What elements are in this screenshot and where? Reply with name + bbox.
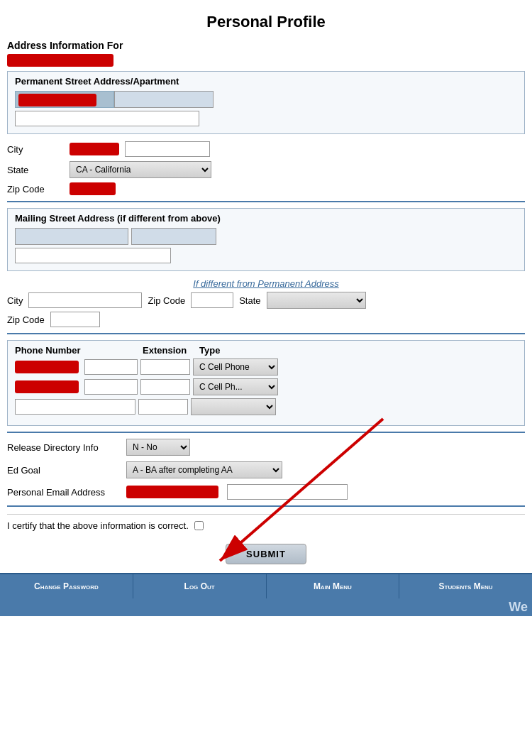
personal-email-input[interactable] xyxy=(227,484,348,500)
mailing-addr-line2-input[interactable] xyxy=(15,248,171,263)
page-title: Personal Profile xyxy=(0,0,532,40)
mailing-state-label: State xyxy=(239,295,260,306)
permanent-address-line1-row xyxy=(15,91,517,108)
phone-row-1: C Cell Phone xyxy=(15,358,517,376)
type-select-1[interactable]: C Cell Phone xyxy=(193,358,278,376)
release-directory-row: Release Directory Info N - No Y - Yes xyxy=(7,439,525,456)
city-input[interactable] xyxy=(125,141,210,157)
mailing-zip-label2: Zip Code xyxy=(7,314,45,325)
mailing-zip-row: Zip Code xyxy=(7,312,525,327)
permanent-address-label: Permanent Street Address/Apartment xyxy=(15,76,517,87)
phone-header: Phone Number Extension Type xyxy=(15,345,517,356)
phone-row-2: C Cell Ph... xyxy=(15,378,517,395)
ext-input-3[interactable] xyxy=(138,399,188,415)
permanent-address-section: Permanent Street Address/Apartment xyxy=(7,71,525,134)
mailing-zip-input[interactable] xyxy=(191,292,233,308)
ed-goal-row: Ed Goal A - BA after completing AA B - B… xyxy=(7,461,525,478)
separator-1 xyxy=(7,201,525,202)
submit-button[interactable]: SUBMIT xyxy=(226,544,306,564)
perm-addr-line2-row xyxy=(15,111,517,126)
mailing-addr-line1-input[interactable] xyxy=(15,228,128,245)
type-select-2[interactable]: C Cell Ph... xyxy=(193,378,278,395)
perm-addr-line2-input[interactable] xyxy=(15,111,199,126)
if-different-link[interactable]: If different from Permanent Address xyxy=(0,278,532,289)
submit-area: SUBMIT xyxy=(0,544,532,564)
separator-4 xyxy=(7,505,525,507)
release-directory-select[interactable]: N - No Y - Yes xyxy=(126,439,190,456)
mailing-city-row: City Zip Code State xyxy=(7,292,525,309)
certify-row: I certify that the above information is … xyxy=(7,514,525,537)
zip-row: Zip Code xyxy=(7,182,525,195)
phone-input-2[interactable] xyxy=(84,379,138,395)
redacted-name xyxy=(7,54,113,67)
zip-redacted xyxy=(70,182,116,195)
personal-email-row: Personal Email Address xyxy=(7,484,525,500)
zip-label: Zip Code xyxy=(7,184,64,195)
footer-watermark: We xyxy=(0,598,532,616)
type-select-3[interactable] xyxy=(191,398,276,415)
mailing-address-label: Mailing Street Address (if different fro… xyxy=(15,213,517,224)
perm-addr-line1-input[interactable] xyxy=(114,91,214,108)
phone-type-col-header: Type xyxy=(199,345,284,356)
mailing-zip-input2[interactable] xyxy=(50,312,100,327)
personal-email-label: Personal Email Address xyxy=(7,487,121,498)
ed-goal-label: Ed Goal xyxy=(7,465,121,476)
footer-change-password[interactable]: Change Password xyxy=(0,574,133,598)
footer-students-menu[interactable]: Students Menu xyxy=(399,574,532,598)
mailing-zip-label: Zip Code xyxy=(148,295,185,306)
city-state-zip-row: City xyxy=(7,141,525,157)
certify-checkbox[interactable] xyxy=(194,521,204,530)
state-select[interactable]: CA - California xyxy=(70,161,211,178)
address-info-label: Address Information For xyxy=(7,40,525,51)
mailing-city-input[interactable] xyxy=(28,292,142,308)
state-row: State CA - California xyxy=(7,161,525,178)
phone-input-3[interactable] xyxy=(15,399,135,415)
ed-goal-select[interactable]: A - BA after completing AA B - BA Transf… xyxy=(126,461,282,478)
mailing-address-section: Mailing Street Address (if different fro… xyxy=(7,208,525,271)
mailing-addr-line1-ext[interactable] xyxy=(131,228,216,245)
release-directory-label: Release Directory Info xyxy=(7,442,121,453)
separator-2 xyxy=(7,333,525,334)
phone-section: Phone Number Extension Type C Cell Phone… xyxy=(7,340,525,426)
mailing-city-label: City xyxy=(7,295,23,306)
mailing-state-select[interactable] xyxy=(267,292,366,309)
phone-redacted-1 xyxy=(15,361,79,373)
separator-3 xyxy=(7,432,525,433)
phone-redacted-2 xyxy=(15,380,79,393)
certify-text: I certify that the above information is … xyxy=(7,520,189,531)
footer-log-out[interactable]: Log Out xyxy=(133,574,267,598)
phone-number-col-header: Phone Number xyxy=(15,345,143,356)
perm-addr-redacted xyxy=(15,91,114,108)
city-redacted xyxy=(70,143,119,155)
phone-ext-col-header: Extension xyxy=(143,345,199,356)
footer-nav: Change Password Log Out Main Menu Studen… xyxy=(0,573,532,598)
ext-input-2[interactable] xyxy=(140,379,190,395)
city-label: City xyxy=(7,144,64,155)
state-label: State xyxy=(7,165,64,175)
footer-main-menu[interactable]: Main Menu xyxy=(267,574,400,598)
ext-input-1[interactable] xyxy=(140,359,190,375)
email-redacted xyxy=(126,486,218,498)
bottom-fields: Release Directory Info N - No Y - Yes Ed… xyxy=(7,439,525,500)
phone-row-3 xyxy=(15,398,517,415)
phone-input-1[interactable] xyxy=(84,359,138,375)
